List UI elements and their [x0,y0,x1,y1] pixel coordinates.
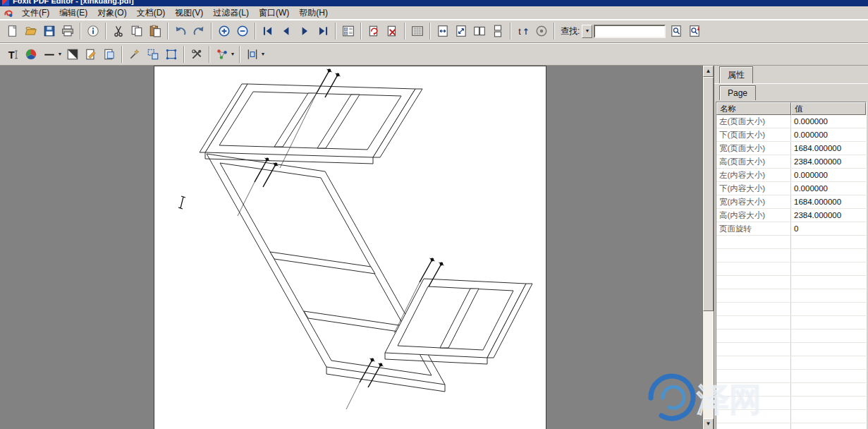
line-tool-dropdown-arrow[interactable]: ▼ [56,52,63,56]
delete-page-button[interactable] [383,22,401,40]
property-value[interactable]: 0.000000 [791,169,866,181]
nav-first-button[interactable] [259,22,277,40]
print-button[interactable] [59,22,77,40]
property-grid: 名称 值 左(页面大小)0.000000下(页面大小)0.000000宽(页面大… [716,102,867,429]
paste-button[interactable] [146,22,164,40]
property-value[interactable]: 0.000000 [791,115,866,128]
text-raise-button[interactable]: t [514,22,532,40]
property-row-empty [716,262,866,276]
two-page-button[interactable] [470,22,489,40]
nav-next-button[interactable] [295,22,314,40]
find-input[interactable] [594,25,666,38]
undo-button[interactable] [171,22,190,40]
tools-x-button[interactable] [188,45,206,64]
about-circle-button[interactable] [532,22,551,40]
rotate-page-button[interactable] [365,22,383,40]
scroll-up-button[interactable]: ▲ [703,66,714,77]
find-dropdown-button[interactable]: ▼ [582,25,592,38]
menu-object[interactable]: 对象(O) [92,6,131,20]
cut-button[interactable] [109,22,128,40]
nav-last-button[interactable] [314,22,332,40]
scroll-down-button[interactable]: ▼ [703,418,714,429]
menu-items: 文件(F)编辑(E)对象(O)文档(D)视图(V)过滤器(L)窗口(W)帮助(H… [17,6,333,20]
delete-page-icon [386,25,398,37]
property-row-empty [716,289,866,303]
print-icon [61,25,74,37]
text-tool-icon: T [6,48,19,61]
text-tool-button[interactable]: T [4,45,22,64]
app-icon [3,8,14,18]
find-page-button[interactable] [667,22,685,40]
column-header-name[interactable]: 名称 [716,102,791,115]
property-label-empty [716,370,791,382]
tab-page[interactable]: Page [719,85,756,100]
menu-filter[interactable]: 过滤器(L) [208,6,254,20]
property-grid-header: 名称 值 [716,102,866,115]
property-value[interactable]: 0.000000 [791,128,866,141]
nodes-dropdown-arrow[interactable]: ▼ [229,52,236,56]
info-button[interactable] [84,22,102,40]
vertical-scrollbar[interactable]: ▲ ▼ [702,66,714,429]
property-label-empty [716,343,791,356]
color-wheel-button[interactable] [22,45,40,64]
transform1-button[interactable] [144,45,162,64]
redo-button[interactable] [190,22,208,40]
open-icon [25,25,37,37]
property-row-empty [716,423,866,429]
toolbar-separator [211,23,212,40]
continuous-button[interactable] [489,22,507,40]
column-header-value[interactable]: 值 [791,102,866,115]
distribute-dropdown-arrow[interactable]: ▼ [259,52,267,56]
menu-window[interactable]: 窗口(W) [254,6,294,20]
document-canvas[interactable] [0,66,702,429]
app-window-icon [2,0,9,6]
line-tool-icon [43,48,56,61]
tools-toolbar: T▼▼▼ [0,43,868,66]
edit-doc2-button[interactable] [100,45,118,64]
save-icon [43,25,56,37]
edit-doc-button[interactable] [82,45,100,64]
property-rows: 左(页面大小)0.000000下(页面大小)0.000000宽(页面大小)168… [716,115,866,429]
thumbnails-button[interactable] [339,22,357,40]
toolbar-separator [121,46,123,63]
rotate-page-icon [367,25,380,37]
property-value[interactable]: 1684.000000 [791,142,866,155]
property-value[interactable]: 0 [791,222,866,235]
property-value[interactable]: 2384.000000 [791,155,866,168]
property-value[interactable]: 0.000000 [791,182,866,195]
copy-button[interactable] [128,22,146,40]
about-circle-icon [535,25,548,37]
swatch-icon [66,48,79,61]
property-label: 高(页面大小) [716,155,791,168]
hex-view-button[interactable] [408,22,427,40]
menu-help[interactable]: 帮助(H) [294,6,333,20]
toolbar-separator [105,23,106,40]
save-button[interactable] [40,22,59,40]
menu-document[interactable]: 文档(D) [132,6,171,20]
transform2-button[interactable] [162,45,181,64]
tab-properties[interactable]: 属性 [719,66,753,83]
scroll-thumb[interactable] [703,77,714,311]
swatch-button[interactable] [63,45,82,64]
wand-button[interactable] [126,45,144,64]
fit-width-button[interactable] [434,22,452,40]
new-button[interactable] [4,22,22,40]
property-value-empty [791,410,866,423]
zoom-in-button[interactable] [215,22,233,40]
fit-page-button[interactable] [452,22,470,40]
menu-edit[interactable]: 编辑(E) [54,6,92,20]
property-value-empty [791,236,866,248]
menu-file[interactable]: 文件(F) [17,6,54,20]
find-page2-button[interactable] [685,22,704,40]
property-value[interactable]: 1684.000000 [791,195,866,208]
zoom-out-button[interactable] [233,22,252,40]
pdf-page[interactable] [154,66,546,429]
property-row: 宽(页面大小)1684.000000 [716,142,866,155]
open-button[interactable] [22,22,40,40]
nav-prev-button[interactable] [277,22,295,40]
property-value[interactable]: 2384.000000 [791,209,866,222]
property-row: 左(内容大小)0.000000 [716,169,866,182]
zoom-in-icon [218,25,231,37]
properties-panel: 属性 Page 名称 值 左(页面大小)0.000000下(页面大小)0.000… [714,66,868,429]
menu-view[interactable]: 视图(V) [170,6,208,20]
